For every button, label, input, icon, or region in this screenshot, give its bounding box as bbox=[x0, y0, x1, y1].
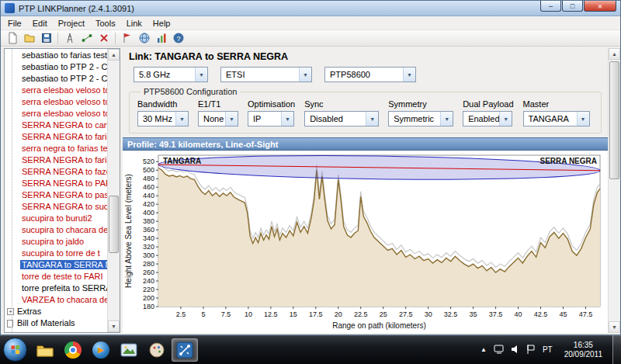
sidebar-item[interactable]: torre prefeita to SERRA bbox=[5, 283, 107, 294]
flag-icon[interactable] bbox=[119, 31, 135, 46]
optimisation-select[interactable]: IP▼ bbox=[248, 111, 294, 127]
sidebar-item[interactable]: serra elesbao veloso to bbox=[5, 108, 107, 120]
sidebar-node-bill-of-materials[interactable]: Bill of Materials bbox=[5, 317, 107, 329]
maximize-button[interactable]: □ bbox=[562, 1, 583, 12]
symmetry-select[interactable]: Symmetric▼ bbox=[388, 111, 453, 127]
new-site-icon[interactable] bbox=[61, 31, 78, 46]
sidebar-item[interactable]: SERRA NEGRA to PARA bbox=[5, 178, 107, 189]
e1t1-select[interactable]: None▼ bbox=[198, 111, 238, 127]
sidebar-item[interactable]: sebastiao to farias test bbox=[5, 50, 107, 61]
expander-icon[interactable]: + bbox=[7, 308, 14, 315]
svg-text:27.5: 27.5 bbox=[399, 310, 413, 318]
menu-tools[interactable]: Tools bbox=[90, 17, 121, 29]
sidebar-item[interactable]: serra elesbao veloso to bbox=[5, 85, 107, 96]
sidebar-item[interactable]: serra negra to farias te bbox=[5, 143, 107, 154]
scroll-up-arrow[interactable]: ▲ bbox=[609, 48, 620, 60]
main-scroll-track[interactable] bbox=[609, 60, 620, 321]
sidebar: sebastiao to farias testsebastiao to PTP… bbox=[4, 48, 120, 333]
sidebar-item[interactable]: torre de teste to FARI bbox=[5, 271, 107, 283]
taskbar-media-player-icon[interactable]: ▶ bbox=[88, 338, 114, 362]
sidebar-item[interactable]: SERRA NEGRA to passa bbox=[5, 189, 107, 201]
sidebar-item[interactable]: TANGARA to SERRA N bbox=[5, 259, 107, 271]
sidebar-item-label: sucupira to chacara de bbox=[20, 225, 107, 234]
band-row: 5.8 GHz ▼ ETSI ▼ PTP58600 ▼ bbox=[123, 64, 608, 85]
sidebar-item[interactable]: sucupira to chacara de bbox=[5, 224, 107, 236]
bandwidth-select[interactable]: 30 MHz▼ bbox=[137, 111, 189, 127]
taskbar-paint-icon[interactable] bbox=[144, 338, 170, 362]
sidebar-node-extras[interactable]: +Extras bbox=[5, 306, 107, 317]
action-center-flag-icon[interactable] bbox=[526, 344, 536, 356]
sidebar-item[interactable]: SERRA NEGRA to fazer bbox=[5, 166, 107, 178]
svg-text:520: 520 bbox=[143, 158, 154, 165]
main-scrollbar[interactable]: ▲ ▼ bbox=[608, 48, 620, 333]
clock-date: 20/09/2011 bbox=[564, 350, 602, 359]
globe-icon[interactable] bbox=[136, 31, 152, 46]
scroll-down-arrow[interactable]: ▼ bbox=[609, 321, 620, 333]
chevron-down-icon: ▼ bbox=[577, 112, 589, 126]
help-icon[interactable]: ? bbox=[170, 31, 186, 46]
menu-help[interactable]: Help bbox=[147, 17, 176, 29]
sync-select[interactable]: Disabled▼ bbox=[304, 111, 379, 127]
svg-text:260: 260 bbox=[143, 269, 154, 276]
master-select[interactable]: TANGARA▼ bbox=[523, 111, 590, 127]
main-scroll-thumb[interactable] bbox=[609, 61, 619, 179]
scroll-up-arrow[interactable]: ▲ bbox=[108, 49, 120, 61]
svg-text:340: 340 bbox=[143, 234, 154, 242]
regulation-select[interactable]: ETSI ▼ bbox=[220, 67, 312, 82]
sidebar-item[interactable]: VARZEA to chacara de bbox=[5, 294, 107, 306]
sidebar-item-label: serra elesbao veloso to bbox=[20, 97, 107, 106]
sidebar-scroll-thumb[interactable] bbox=[109, 196, 119, 253]
e1t1-value: None bbox=[199, 114, 225, 123]
svg-text:25: 25 bbox=[380, 310, 387, 318]
sidebar-item[interactable]: SERRA NEGRA to farias bbox=[5, 131, 107, 143]
sidebar-item[interactable]: sebastiao to PTP 2 - C bbox=[5, 73, 107, 85]
taskbar-explorer-icon[interactable] bbox=[32, 338, 58, 362]
menu-project[interactable]: Project bbox=[53, 17, 90, 29]
save-project-icon[interactable] bbox=[38, 31, 54, 46]
app-icon bbox=[5, 3, 15, 13]
taskbar-chrome-icon[interactable] bbox=[60, 338, 86, 362]
product-select[interactable]: PTP58600 ▼ bbox=[324, 67, 416, 82]
open-project-icon[interactable] bbox=[21, 31, 37, 46]
title-bar[interactable]: PTP LINKPlanner (2.4.1.3091) – □ × bbox=[1, 1, 620, 16]
svg-text:10: 10 bbox=[245, 310, 252, 318]
menu-link[interactable]: Link bbox=[121, 17, 147, 29]
menu-edit[interactable]: Edit bbox=[27, 17, 53, 29]
taskbar-linkplanner-icon[interactable] bbox=[172, 338, 198, 362]
dual-payload-select[interactable]: Enabled▼ bbox=[463, 111, 512, 127]
sidebar-item[interactable]: sucupira to torre de t bbox=[5, 248, 107, 259]
start-button[interactable] bbox=[3, 338, 27, 362]
new-project-icon[interactable] bbox=[4, 31, 20, 46]
chevron-down-icon: ▼ bbox=[299, 68, 311, 81]
sidebar-item[interactable]: SERRA NEGRA to farias bbox=[5, 154, 107, 166]
sidebar-scroll-track[interactable] bbox=[108, 61, 120, 321]
sidebar-item[interactable]: sebastiao to PTP 2 - C bbox=[5, 61, 107, 73]
close-button[interactable]: × bbox=[584, 1, 616, 12]
show-desktop-button[interactable] bbox=[612, 335, 621, 364]
sidebar-item-label: serra negra to farias te bbox=[20, 144, 107, 153]
scroll-down-arrow[interactable]: ▼ bbox=[108, 321, 120, 332]
delete-icon[interactable] bbox=[95, 31, 112, 46]
band-value: 5.8 GHz bbox=[134, 70, 195, 79]
chart-icon[interactable] bbox=[153, 31, 169, 46]
hidden-icons-chevron[interactable]: ▲ bbox=[479, 346, 488, 353]
dual-payload-value: Enabled bbox=[463, 114, 499, 123]
taskbar-clock[interactable]: 16:35 20/09/2011 bbox=[560, 341, 607, 359]
taskbar-photo-viewer-icon[interactable] bbox=[116, 338, 142, 362]
sidebar-item[interactable]: sucupira to buruti2 bbox=[5, 213, 107, 224]
sidebar-item[interactable]: SERRA NEGRA to sucu bbox=[5, 201, 107, 213]
network-icon[interactable] bbox=[494, 344, 505, 356]
chevron-down-icon: ▼ bbox=[195, 68, 207, 81]
menu-file[interactable]: File bbox=[2, 17, 27, 29]
svg-text:47.5: 47.5 bbox=[579, 310, 593, 318]
minimize-button[interactable]: – bbox=[540, 1, 561, 12]
language-indicator[interactable]: PT bbox=[541, 345, 554, 354]
sidebar-scrollbar[interactable]: ▲ ▼ bbox=[107, 49, 120, 332]
svg-text:5: 5 bbox=[201, 310, 205, 318]
new-link-icon[interactable] bbox=[78, 31, 95, 46]
sidebar-item[interactable]: sucupira to jaldo bbox=[5, 236, 107, 248]
band-select[interactable]: 5.8 GHz ▼ bbox=[134, 67, 208, 82]
volume-icon[interactable] bbox=[510, 344, 521, 356]
sidebar-item[interactable]: SERRA NEGRA to carva bbox=[5, 120, 107, 131]
sidebar-item[interactable]: serra elesbao veloso to bbox=[5, 96, 107, 108]
